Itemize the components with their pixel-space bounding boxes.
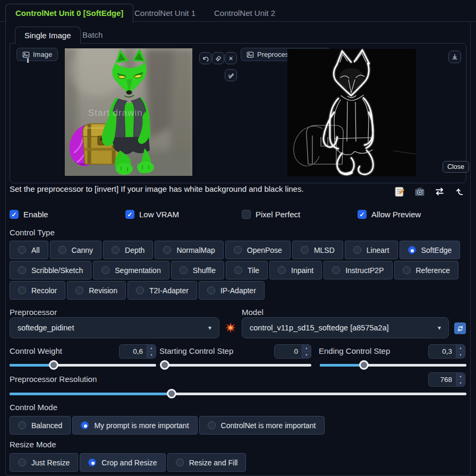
slider-thumb[interactable] <box>359 360 369 370</box>
option-recolor[interactable]: Recolor <box>10 281 65 300</box>
option-crop-and-resize[interactable]: Crop and Resize <box>80 453 165 472</box>
starting-step-slider[interactable] <box>165 360 311 370</box>
slider-thumb[interactable] <box>167 389 176 398</box>
low-vram-checkbox[interactable]: Low VRAM <box>125 210 242 219</box>
option-resize-and-fill[interactable]: Resize and Fill <box>167 453 246 472</box>
spin-down-icon[interactable]: ▾ <box>456 380 465 386</box>
option-segmentation[interactable]: Segmentation <box>93 261 169 279</box>
tab-controlnet-unit-2[interactable]: ControlNet Unit 2 <box>209 4 280 22</box>
checkbox-box <box>242 210 251 219</box>
ending-step-slider[interactable] <box>320 360 466 370</box>
control-weight-label: Control Weight <box>10 346 62 355</box>
tab-controlnet-unit-0[interactable]: ControlNet Unit 0 [SoftEdge] <box>5 4 133 22</box>
option-depth[interactable]: Depth <box>103 241 153 259</box>
preprocessor-preview-image[interactable] <box>287 49 416 176</box>
source-image[interactable]: Start drawin <box>65 48 192 176</box>
webcam-button[interactable] <box>414 186 425 197</box>
download-button[interactable] <box>448 50 461 63</box>
preprocessor-label: Preprocessor <box>10 308 57 317</box>
enable-checkbox[interactable]: Enable <box>10 210 125 219</box>
tab-batch[interactable]: Batch <box>78 27 107 43</box>
checkbox-label: Enable <box>23 210 48 219</box>
option-reference[interactable]: Reference <box>394 261 459 279</box>
radio-icon <box>234 246 242 254</box>
control-weight-slider[interactable] <box>10 360 156 370</box>
option-tile[interactable]: Tile <box>226 261 268 279</box>
swap-images-button[interactable] <box>434 186 445 197</box>
spin-up-icon[interactable]: ▴ <box>147 345 156 352</box>
camera-icon <box>414 186 425 197</box>
option-mlsd[interactable]: MLSD <box>292 241 343 259</box>
option-t2i-adapter[interactable]: T2I-Adapter <box>128 281 197 300</box>
pixel-perfect-checkbox[interactable]: Pixel Perfect <box>242 210 358 219</box>
option-all[interactable]: All <box>10 241 48 259</box>
preprocessor-dropdown[interactable]: softedge_pidinet ▾ <box>10 317 219 338</box>
option-inpaint[interactable]: Inpaint <box>269 261 322 279</box>
resolution-slider[interactable] <box>10 389 466 398</box>
remove-image-button[interactable]: × <box>225 52 237 64</box>
checkbox-label: Low VRAM <box>139 210 179 219</box>
send-back-button[interactable] <box>454 186 465 197</box>
undo-button[interactable] <box>199 52 211 64</box>
option-label: My prompt is more important <box>94 421 189 430</box>
tab-controlnet-unit-1[interactable]: ControlNet Unit 1 <box>129 4 201 22</box>
svg-text:Start drawin: Start drawin <box>88 108 143 118</box>
radio-icon <box>75 286 83 294</box>
slider-thumb[interactable] <box>160 360 169 370</box>
option-label: SoftEdge <box>421 246 452 254</box>
preprocessor-note: Set the preprocessor to [invert] If your… <box>10 184 304 193</box>
control-weight-value: 0,6 <box>120 347 147 355</box>
option-controlnet-is-more-important[interactable]: ControlNet is more important <box>199 416 325 435</box>
sketch-button[interactable] <box>225 69 237 81</box>
eraser-button[interactable] <box>212 52 224 64</box>
spin-up-icon[interactable]: ▴ <box>302 345 311 352</box>
option-softedge[interactable]: SoftEdge <box>400 241 461 259</box>
spinner[interactable]: ▴▾ <box>147 345 156 358</box>
radio-icon <box>18 458 26 466</box>
ending-step-label: Ending Control Step <box>319 346 390 355</box>
allow-preview-checkbox[interactable]: Allow Preview <box>358 210 466 219</box>
option-lineart[interactable]: Lineart <box>345 241 398 259</box>
spin-down-icon[interactable]: ▾ <box>147 352 156 358</box>
option-canny[interactable]: Canny <box>50 241 101 259</box>
starting-step-input[interactable]: 0 ▴▾ <box>274 344 311 359</box>
model-dropdown[interactable]: control_v11p_sd15_softedge [a8575a2a] ▾ <box>242 317 449 338</box>
image-label-text: Image <box>33 50 52 58</box>
spin-down-icon[interactable]: ▾ <box>302 352 311 358</box>
refresh-models-button[interactable] <box>454 322 466 334</box>
tab-single-image[interactable]: Single Image <box>15 27 81 44</box>
resolution-input[interactable]: 768 ▴▾ <box>428 372 465 387</box>
option-label: OpenPose <box>247 246 282 254</box>
undo-icon <box>202 55 209 62</box>
option-label: ControlNet is more important <box>221 421 316 430</box>
option-my-prompt-is-more-important[interactable]: My prompt is more important <box>72 416 197 435</box>
slider-track[interactable] <box>165 364 311 367</box>
option-ip-adapter[interactable]: IP-Adapter <box>199 281 265 300</box>
spin-up-icon[interactable]: ▴ <box>456 373 465 380</box>
option-openpose[interactable]: OpenPose <box>225 241 291 259</box>
option-scribble-sketch[interactable]: Scribble/Sketch <box>10 261 91 279</box>
edit-note-button[interactable] <box>394 186 405 197</box>
control-weight-input[interactable]: 0,6 ▴▾ <box>119 344 156 359</box>
explosion-icon <box>225 322 236 334</box>
option-balanced[interactable]: Balanced <box>10 416 71 435</box>
control-mode-options: BalancedMy prompt is more importantContr… <box>10 416 325 435</box>
option-label: Reference <box>416 266 450 275</box>
spinner[interactable]: ▴▾ <box>302 345 311 358</box>
radio-icon <box>301 246 309 254</box>
close-preview-button[interactable]: Close <box>443 161 469 173</box>
option-just-resize[interactable]: Just Resize <box>10 453 78 472</box>
option-shuffle[interactable]: Shuffle <box>171 261 224 279</box>
spinner[interactable]: ▴▾ <box>456 345 465 358</box>
option-instructp2p[interactable]: InstructP2P <box>324 261 392 279</box>
slider-thumb[interactable] <box>49 360 58 370</box>
option-revision[interactable]: Revision <box>67 281 126 300</box>
spin-down-icon[interactable]: ▾ <box>456 352 465 358</box>
spin-up-icon[interactable]: ▴ <box>456 345 465 352</box>
ending-step-input[interactable]: 0,3 ▴▾ <box>428 344 465 359</box>
radio-icon <box>88 458 96 466</box>
spinner[interactable]: ▴▾ <box>456 373 465 386</box>
option-label: InstructP2P <box>345 266 384 275</box>
radio-icon <box>18 286 26 294</box>
option-normalmap[interactable]: NormalMap <box>155 241 223 259</box>
